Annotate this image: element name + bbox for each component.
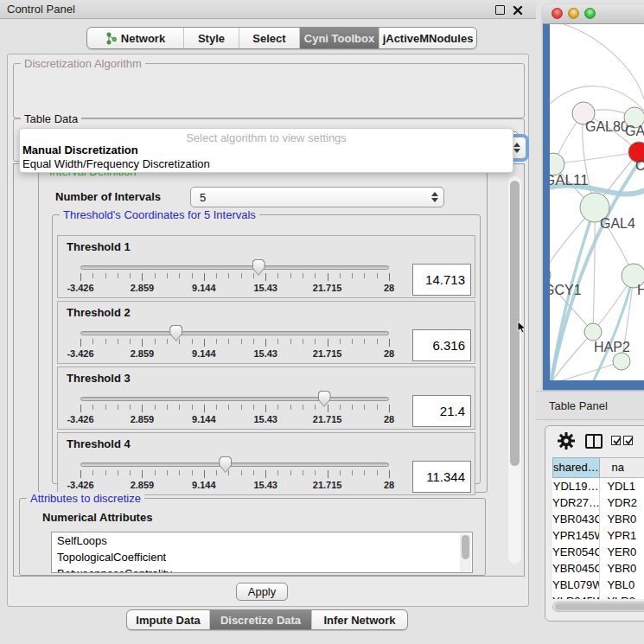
table-row[interactable]: YDR27…YDR2 — [552, 494, 644, 511]
tab-network[interactable]: Network — [87, 28, 184, 48]
tab-jactivemnodules[interactable]: jActiveMNodules — [379, 28, 476, 48]
network-edge[interactable] — [593, 207, 595, 332]
slider-tick-labels: -3.4262.8599.14415.4321.71528 — [80, 480, 389, 490]
table-row[interactable]: YBR043CYBR0 — [552, 511, 644, 527]
table-cell[interactable]: YBR043C — [552, 511, 600, 527]
tab-style[interactable]: Style — [184, 28, 239, 48]
discretization-algorithm-group: Discretization Algorithm — [13, 63, 525, 118]
table-cell[interactable]: YBL079W — [552, 577, 600, 593]
network-node-label: GAL11 — [550, 172, 589, 188]
algorithm-option-equal-width[interactable]: Equal Width/Frequency Discretization — [20, 157, 513, 171]
tab-cyni-toolbox[interactable]: Cyni Toolbox — [300, 28, 379, 48]
network-edge[interactable] — [550, 86, 644, 111]
threshold-1-box: Threshold 1-3.4262.8599.14415.4321.71528… — [57, 235, 475, 298]
tab-discretize-data[interactable]: Discretize Data — [210, 610, 312, 629]
network-node-label: HAP2 — [594, 340, 630, 354]
network-graph[interactable]: GAL80GACGAL11GAL4GCY1HHAP2 — [550, 24, 644, 380]
table-cell[interactable]: YPR145W — [552, 527, 600, 544]
close-icon[interactable] — [512, 4, 524, 16]
network-edge[interactable] — [553, 152, 639, 164]
network-view-window: GAL80GACGAL11GAL4GCY1HHAP2 — [543, 4, 644, 390]
tab-label: Discretize Data — [220, 614, 301, 627]
tab-label: Impute Data — [136, 614, 200, 627]
node-attribute-table: shared…na YDL19…YDL1YDR27…YDR2YBR043CYBR… — [552, 457, 644, 599]
table-row[interactable]: YBR045CYBR0 — [552, 560, 644, 577]
table-column-header[interactable]: shared… — [552, 457, 600, 478]
table-cell[interactable]: YPR1 — [600, 527, 644, 544]
table-cell[interactable]: YDR2 — [600, 494, 644, 511]
threshold-label: Threshold 3 — [67, 372, 131, 385]
checkbox-icon[interactable] — [611, 436, 621, 445]
attributes-scrollbar[interactable] — [460, 533, 471, 573]
table-panel-header: Table Panel — [536, 391, 644, 420]
settings-scroll-panel: Interval Definition Number of Intervals … — [13, 163, 525, 577]
table-cell[interactable]: YLR3 — [600, 593, 644, 599]
network-node-label: GAL4 — [600, 216, 635, 231]
threshold-value-field[interactable]: 14.713 — [412, 264, 471, 296]
table-cell[interactable]: YDL19… — [552, 478, 600, 494]
network-node-gcy1[interactable] — [550, 266, 551, 284]
table-rows: YDL19…YDL1YDR27…YDR2YBR043CYBR0YPR145WYP… — [552, 478, 644, 599]
table-cell[interactable]: YBR0 — [600, 560, 644, 577]
gear-icon[interactable] — [558, 432, 575, 450]
network-window-titlebar — [543, 4, 644, 24]
network-node-label: C — [635, 158, 644, 173]
minimize-traffic-light-icon[interactable] — [568, 8, 579, 19]
table-cell[interactable]: YLR345W — [552, 593, 600, 599]
tab-infer-network[interactable]: Infer Network — [312, 610, 407, 629]
number-of-intervals-combobox[interactable]: 5 — [190, 187, 444, 207]
columns-icon[interactable] — [585, 434, 603, 449]
threshold-label: Threshold 1 — [67, 240, 131, 253]
table-data-title: Table Data — [21, 112, 81, 125]
network-node[interactable] — [613, 353, 630, 370]
algorithm-option-manual[interactable]: Manual Discretization — [20, 143, 513, 157]
table-cell[interactable]: YBR045C — [552, 560, 600, 577]
tab-label: Select — [252, 32, 285, 45]
close-traffic-light-icon[interactable] — [552, 8, 563, 19]
numerical-attributes-list[interactable]: SelfLoopsTopologicalCoefficientBetweenne… — [51, 532, 473, 573]
table-row[interactable]: YLR345WYLR3 — [552, 593, 644, 599]
network-node-hap2[interactable] — [584, 323, 602, 341]
table-cell[interactable]: YDR27… — [552, 494, 600, 511]
table-horizontal-scrollbar[interactable] — [552, 602, 644, 612]
table-cell[interactable]: YBR0 — [600, 511, 644, 527]
table-hscrollbar-thumb[interactable] — [555, 603, 644, 610]
numerical-attributes-label: Numerical Attributes — [42, 511, 152, 524]
table-column-header[interactable]: na — [600, 457, 644, 478]
threshold-value-field[interactable]: 11.344 — [412, 461, 471, 493]
table-cell[interactable]: YER054C — [552, 544, 600, 560]
apply-button[interactable]: Apply — [236, 583, 288, 601]
attribute-list-item[interactable]: TopologicalCoefficient — [52, 549, 472, 565]
table-cell[interactable]: YER0 — [600, 544, 644, 560]
network-node-label: GA — [625, 124, 644, 138]
tab-impute-data[interactable]: Impute Data — [127, 610, 210, 629]
tab-label: Network — [121, 32, 165, 45]
table-cell[interactable]: YDL1 — [600, 478, 644, 494]
float-window-icon[interactable] — [495, 5, 505, 15]
zoom-traffic-light-icon[interactable] — [584, 8, 596, 19]
threshold-slider-track[interactable] — [80, 462, 389, 467]
control-panel-titlebar: Control Panel — [0, 0, 536, 19]
threshold-value-field[interactable]: 21.4 — [412, 395, 471, 427]
top-tab-bar: NetworkStyleSelectCyni ToolboxjActiveMNo… — [86, 27, 477, 49]
attribute-list-item[interactable]: SelfLoops — [52, 532, 472, 549]
threshold-slider-track[interactable] — [80, 397, 389, 401]
threshold-slider-track[interactable] — [80, 331, 389, 335]
tab-select[interactable]: Select — [239, 28, 300, 48]
settings-scrollbar[interactable] — [508, 176, 521, 564]
table-row[interactable]: YBL079WYBL0 — [552, 577, 644, 593]
network-node-label: GAL80 — [585, 119, 628, 134]
table-row[interactable]: YER054CYER0 — [552, 544, 644, 560]
network-edge[interactable] — [552, 361, 622, 380]
table-cell[interactable]: YBL0 — [600, 577, 644, 593]
threshold-3-box: Threshold 3-3.4262.8599.14415.4321.71528… — [57, 367, 475, 430]
threshold-slider-track[interactable] — [80, 265, 389, 270]
slider-tick-marks — [80, 405, 389, 413]
checkbox-icon[interactable] — [623, 436, 633, 445]
attribute-list-item[interactable]: BetweennessCentrality — [52, 565, 472, 573]
attributes-scrollbar-thumb[interactable] — [462, 535, 469, 559]
table-row[interactable]: YPR145WYPR1 — [552, 527, 644, 544]
table-row[interactable]: YDL19…YDL1 — [552, 478, 644, 494]
threshold-value-field[interactable]: 6.316 — [412, 329, 471, 361]
network-canvas[interactable]: GAL80GACGAL11GAL4GCY1HHAP2 — [550, 24, 644, 380]
